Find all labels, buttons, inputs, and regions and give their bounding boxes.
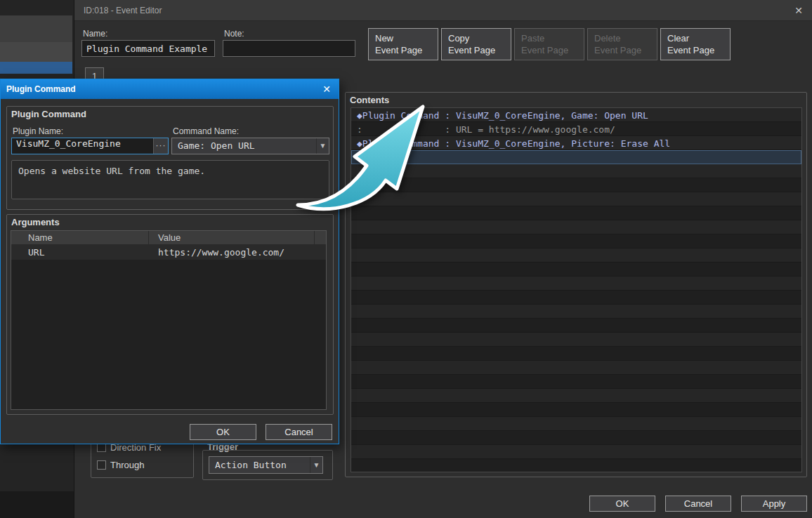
contents-row[interactable] bbox=[351, 234, 801, 248]
contents-row[interactable] bbox=[351, 291, 801, 305]
note-label: Note: bbox=[224, 29, 244, 39]
button-label: Clear bbox=[667, 32, 730, 44]
column-header-name[interactable]: Name bbox=[11, 231, 149, 244]
ok-button[interactable]: OK bbox=[589, 496, 655, 512]
contents-row[interactable] bbox=[351, 192, 801, 206]
plugin-command-group-title: Plugin Command bbox=[11, 109, 86, 119]
through-checkbox[interactable] bbox=[97, 460, 106, 470]
plugin-name-label: Plugin Name: bbox=[13, 126, 63, 136]
trigger-value: Action Button bbox=[215, 460, 287, 470]
browse-ellipsis-button[interactable]: ··· bbox=[153, 138, 168, 154]
button-label: Delete bbox=[594, 32, 657, 44]
paste-event-page-button: Paste Event Page bbox=[514, 28, 584, 60]
contents-row[interactable] bbox=[351, 375, 801, 389]
event-command-cursor-line[interactable]: ◆ bbox=[357, 152, 362, 163]
clear-event-page-button[interactable]: Clear Event Page bbox=[660, 28, 731, 60]
contents-row[interactable] bbox=[351, 319, 801, 333]
note-input[interactable] bbox=[223, 40, 355, 57]
apply-button[interactable]: Apply bbox=[741, 496, 807, 512]
contents-row[interactable] bbox=[351, 431, 801, 445]
contents-row[interactable] bbox=[351, 248, 801, 263]
event-command-line[interactable]: ◆Plugin Command : VisuMZ_0_CoreEngine, G… bbox=[357, 110, 648, 121]
through-label: Through bbox=[110, 460, 144, 470]
contents-row[interactable] bbox=[351, 417, 801, 431]
background-panel bbox=[0, 15, 72, 42]
new-event-page-button[interactable]: New Event Page bbox=[368, 28, 438, 60]
argument-value-cell: https://www.google.com/ bbox=[149, 245, 315, 260]
arguments-table[interactable]: Name Value URL https://www.google.com/ bbox=[11, 230, 327, 410]
contents-list[interactable]: ◆Plugin Command : VisuMZ_0_CoreEngine, G… bbox=[351, 107, 802, 472]
command-description: Opens a website URL from the game. bbox=[18, 166, 205, 176]
argument-name-cell: URL bbox=[11, 245, 149, 260]
background-selected-item bbox=[0, 62, 72, 74]
trigger-group: Action Button ▼ bbox=[202, 450, 333, 480]
background-panel bbox=[0, 491, 74, 518]
column-header-value[interactable]: Value bbox=[149, 231, 315, 244]
contents-row[interactable] bbox=[351, 277, 801, 291]
name-label: Name: bbox=[83, 29, 107, 39]
chevron-down-icon: ▼ bbox=[310, 457, 322, 473]
contents-row[interactable] bbox=[351, 206, 801, 220]
dialog-titlebar[interactable]: Plugin Command ✕ bbox=[1, 79, 339, 99]
command-name-value: Game: Open URL bbox=[178, 140, 255, 151]
trigger-select[interactable]: Action Button ▼ bbox=[209, 456, 323, 474]
table-row[interactable]: URL https://www.google.com/ bbox=[11, 245, 326, 260]
contents-row[interactable] bbox=[351, 361, 801, 375]
close-icon[interactable]: ✕ bbox=[794, 0, 803, 21]
contents-row[interactable] bbox=[351, 263, 801, 277]
copy-event-page-button[interactable]: Copy Event Page bbox=[441, 28, 511, 60]
plugin-name-input[interactable]: VisuMZ_0_CoreEngine ··· bbox=[11, 138, 169, 154]
dialog-title: Plugin Command bbox=[6, 79, 76, 99]
column-header-spacer bbox=[315, 231, 326, 244]
plugin-command-group: Plugin Command Plugin Name: VisuMZ_0_Cor… bbox=[6, 106, 334, 210]
dialog-cancel-button[interactable]: Cancel bbox=[266, 424, 332, 440]
contents-row[interactable] bbox=[351, 220, 801, 234]
arguments-group: Arguments Name Value URL https://www.goo… bbox=[6, 214, 334, 415]
button-label: Paste bbox=[521, 32, 584, 44]
background-panel bbox=[0, 42, 72, 62]
command-name-select[interactable]: Game: Open URL ▼ bbox=[171, 138, 329, 154]
arguments-table-header: Name Value bbox=[11, 231, 326, 245]
event-command-line[interactable]: ◆Plugin Command : VisuMZ_0_CoreEngine, P… bbox=[357, 138, 670, 149]
name-input[interactable] bbox=[81, 40, 215, 57]
plugin-command-dialog: Plugin Command ✕ Plugin Command Plugin N… bbox=[0, 79, 339, 444]
arguments-group-title: Arguments bbox=[11, 217, 60, 227]
button-label: Event Page bbox=[448, 44, 511, 56]
button-label: Event Page bbox=[667, 44, 730, 56]
button-label: Event Page bbox=[375, 44, 438, 56]
contents-group: Contents ◆Plugin Command : VisuMZ_0_Core… bbox=[345, 92, 807, 477]
button-label: Event Page bbox=[521, 44, 584, 56]
plugin-name-value: VisuMZ_0_CoreEngine bbox=[16, 138, 121, 149]
contents-row[interactable] bbox=[351, 347, 801, 361]
window-titlebar[interactable]: ID:018 - Event Editor ✕ bbox=[74, 0, 812, 21]
contents-group-title: Contents bbox=[350, 95, 389, 105]
selected-row-highlight bbox=[351, 150, 801, 164]
button-label: Event Page bbox=[594, 44, 657, 56]
contents-row[interactable] bbox=[351, 445, 801, 459]
delete-event-page-button: Delete Event Page bbox=[587, 28, 657, 60]
cancel-button[interactable]: Cancel bbox=[665, 496, 731, 512]
button-label: New bbox=[375, 32, 438, 44]
window-title: ID:018 - Event Editor bbox=[84, 0, 162, 21]
event-command-line[interactable]: : : URL = https://www.google.com/ bbox=[357, 124, 615, 135]
contents-row[interactable] bbox=[351, 305, 801, 319]
close-icon[interactable]: ✕ bbox=[322, 79, 331, 99]
dialog-ok-button[interactable]: OK bbox=[190, 424, 256, 440]
contents-row[interactable] bbox=[351, 164, 801, 178]
contents-row[interactable] bbox=[351, 178, 801, 192]
contents-row[interactable] bbox=[351, 459, 801, 472]
button-label: Copy bbox=[448, 32, 511, 44]
contents-row[interactable] bbox=[351, 403, 801, 417]
contents-row[interactable] bbox=[351, 389, 801, 403]
command-description-box: Opens a website URL from the game. bbox=[11, 160, 329, 199]
chevron-down-icon: ▼ bbox=[316, 138, 329, 154]
command-name-label: Command Name: bbox=[173, 126, 239, 136]
contents-row[interactable] bbox=[351, 333, 801, 347]
